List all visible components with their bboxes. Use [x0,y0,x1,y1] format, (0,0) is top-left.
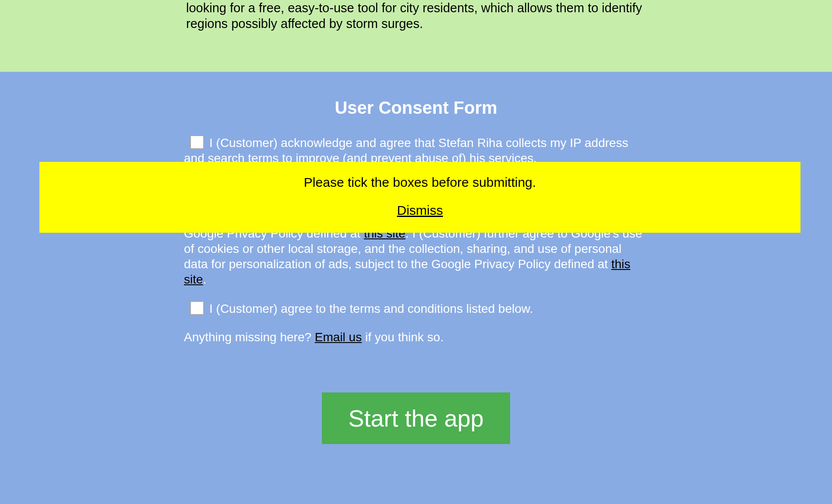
missing-pre: Anything missing here? [184,330,315,344]
email-us-link[interactable]: Email us [315,330,362,344]
consent-form-title: User Consent Form [184,98,648,118]
consent-item-1: I (Customer) acknowledge and agree that … [184,135,648,166]
consent2-post: . [203,273,207,286]
intro-text-fragment: looking for a free, easy-to-use tool for… [186,1,642,31]
start-app-button[interactable]: Start the app [322,392,510,444]
toast-message: Please tick the boxes before submitting. [48,175,792,190]
missing-prompt: Anything missing here? Email us if you t… [184,330,648,344]
consent-checkbox-3[interactable] [190,301,204,315]
consent-checkbox-1[interactable] [190,135,204,149]
consent-section: User Consent Form I (Customer) acknowled… [0,72,832,504]
consent-text-3: I (Customer) agree to the terms and cond… [184,301,648,316]
intro-band: looking for a free, easy-to-use tool for… [0,0,832,72]
validation-toast: Please tick the boxes before submitting.… [39,162,800,233]
consent-text-1: I (Customer) acknowledge and agree that … [184,135,648,166]
missing-post: if you think so. [362,330,444,344]
toast-dismiss-link[interactable]: Dismiss [397,203,443,218]
consent-item-3: I (Customer) agree to the terms and cond… [184,301,648,316]
